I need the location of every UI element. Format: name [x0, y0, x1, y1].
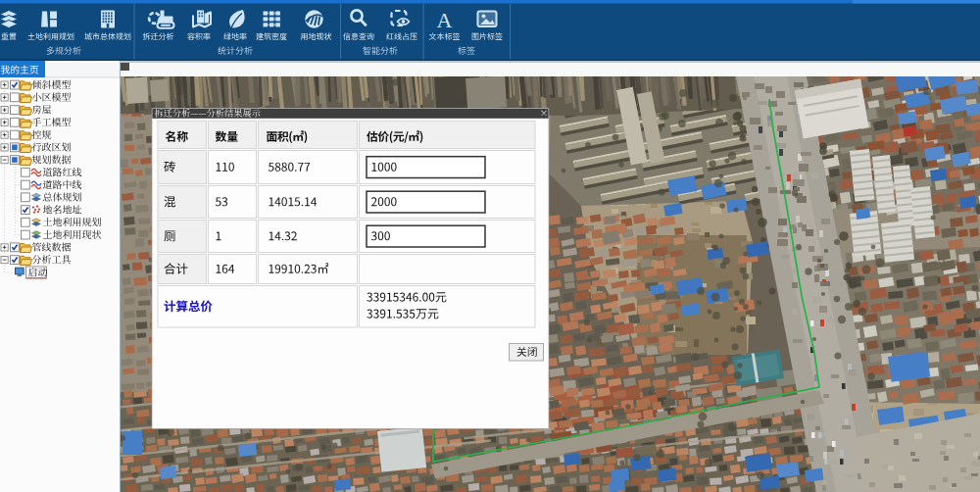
svg-text:A: A: [437, 8, 453, 32]
